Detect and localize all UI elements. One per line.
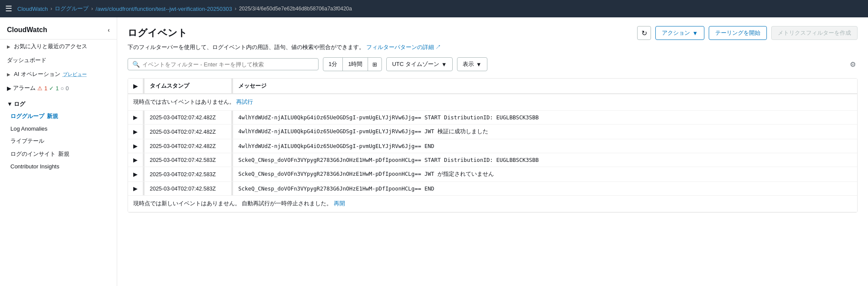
alarm-warning-icon: ⚠ <box>37 85 43 92</box>
time-range-minutes[interactable]: 1分 <box>323 58 343 71</box>
sidebar-item-ai-ops[interactable]: ▶ AI オペレーション プレビュー <box>0 67 117 81</box>
row-message-3: SckeQ_CNesp_doVOFn3VYpygR2783G6JnOHzE1Hw… <box>233 153 857 167</box>
row-timestamp-1: 2025-03-04T02:07:42.482Z <box>145 125 231 139</box>
filter-bar: 🔍 1分 1時間 ⊞ UTC タイムゾーン ▼ 表示 ▼ ⚙ <box>128 57 858 71</box>
alarm-red-count: 1 <box>44 85 47 92</box>
row-expand-3[interactable]: ▶ <box>128 153 143 167</box>
sidebar: CloudWatch ‹ ▶ お気に入りと最近のアクセス ダッシュボード ▶ A… <box>0 17 117 286</box>
favorites-arrow: ▶ <box>7 44 10 49</box>
log-anomalies-label: Log Anomalies <box>10 125 47 132</box>
breadcrumb-sep-2: › <box>91 6 93 12</box>
table-row: ▶ 2025-03-04T02:07:42.482Z 4wlhYdWUdZ-nj… <box>128 139 857 153</box>
alarm-grey-count: 0 <box>66 85 69 92</box>
log-groups-new-badge: 新規 <box>47 112 58 120</box>
alarm-green-count: 1 <box>56 85 59 92</box>
row-message-1: 4wlhYdWUdZ-njAILU0QkpG4iOz65UeOGDSgI-pvm… <box>233 125 857 139</box>
sidebar-item-contributor-insights[interactable]: Contributor Insights <box>0 161 117 172</box>
sidebar-item-dashboard[interactable]: ダッシュボード <box>0 53 117 67</box>
breadcrumb-log-groups[interactable]: ロググループ <box>55 5 89 13</box>
sidebar-item-live-tail[interactable]: ライブテール <box>0 135 117 148</box>
row-timestamp-4: 2025-03-04T02:07:42.583Z <box>145 167 231 182</box>
row-timestamp-0: 2025-03-04T02:07:42.482Z <box>145 111 231 125</box>
breadcrumb-current: 2025/3/4/6e50d5e7e62b46d8b58706a7a3f0420… <box>239 6 352 12</box>
time-range-group: 1分 1時間 ⊞ <box>323 57 382 71</box>
time-range-hours[interactable]: 1時間 <box>343 58 368 71</box>
sidebar-item-favorites[interactable]: ▶ お気に入りと最近のアクセス <box>0 39 117 53</box>
row-timestamp-2: 2025-03-04T02:07:42.482Z <box>145 139 231 153</box>
log-insights-new-badge: 新規 <box>58 150 69 158</box>
log-groups-label: ロググループ <box>10 112 44 120</box>
row-expand-1[interactable]: ▶ <box>128 125 143 139</box>
display-dropdown-icon: ▼ <box>476 61 482 68</box>
table-row: ▶ 2025-03-04T02:07:42.583Z SckeQ_CNesp_d… <box>128 153 857 167</box>
display-select[interactable]: 表示 ▼ <box>457 57 487 71</box>
no-newer-events-text: 現時点では新しいイベントはありません。 <box>133 201 240 207</box>
sidebar-header: CloudWatch ‹ <box>0 17 117 39</box>
no-older-events-row: 現時点では古いイベントはありません。 再試行 <box>128 94 857 111</box>
log-table-container: ▶ タイムスタンプ メッセージ 現時点では古いイベントはありません。 再試行 <box>128 78 858 213</box>
display-label: 表示 <box>463 60 474 68</box>
metrics-filter-label: メトリクスフィルターを作成 <box>778 29 851 37</box>
ai-ops-preview-badge[interactable]: プレビュー <box>63 71 87 78</box>
row-message-2: 4wlhYdWUdZ-njAILU0QkpG4iOz65UeOGDSgI-pvm… <box>233 139 857 153</box>
timezone-select[interactable]: UTC タイムゾーン ▼ <box>386 57 452 71</box>
sidebar-item-dashboard-label: ダッシュボード <box>7 56 46 64</box>
actions-label: アクション <box>662 29 690 37</box>
filter-pattern-link[interactable]: フィルターパターンの詳細 ↗ <box>366 44 441 50</box>
ai-ops-arrow: ▶ <box>7 72 10 77</box>
table-row: ▶ 2025-03-04T02:07:42.583Z SckeQ_CNesp_d… <box>128 167 857 182</box>
settings-icon[interactable]: ⚙ <box>848 59 858 70</box>
search-input[interactable] <box>142 61 314 68</box>
row-expand-5[interactable]: ▶ <box>128 182 143 196</box>
table-row: ▶ 2025-03-04T02:07:42.482Z 4wlhYdWUdZ-nj… <box>128 111 857 125</box>
hamburger-icon[interactable]: ☰ <box>5 4 12 13</box>
breadcrumb: CloudWatch › ロググループ › /aws/cloudfront/fu… <box>17 5 352 13</box>
sidebar-item-alarms-label: アラーム <box>13 84 36 92</box>
breadcrumb-sep-3: › <box>235 6 237 12</box>
time-range-calendar[interactable]: ⊞ <box>368 59 381 70</box>
alarm-circle-icon: ○ <box>60 85 64 92</box>
sidebar-collapse-icon[interactable]: ‹ <box>108 26 110 33</box>
sidebar-item-log-insights[interactable]: ログのインサイト 新規 <box>0 148 117 161</box>
table-row: ▶ 2025-03-04T02:07:42.482Z 4wlhYdWUdZ-nj… <box>128 125 857 139</box>
row-expand-4[interactable]: ▶ <box>128 167 143 182</box>
row-expand-2[interactable]: ▶ <box>128 139 143 153</box>
alarm-check-icon: ✓ <box>49 85 54 92</box>
row-expand-0[interactable]: ▶ <box>128 111 143 125</box>
no-newer-events-row: 現時点では新しいイベントはありません。 自動再試行が一時停止されました。 再開 <box>128 196 857 212</box>
row-message-0: 4wlhYdWUdZ-njAILU0QkpG4iOz65UeOGDSgI-pvm… <box>233 111 857 125</box>
table-row: ▶ 2025-03-04T02:07:42.583Z SckeQ_CNesp_d… <box>128 182 857 196</box>
layout: CloudWatch ‹ ▶ お気に入りと最近のアクセス ダッシュボード ▶ A… <box>0 17 868 286</box>
col-header-message: メッセージ <box>233 79 857 94</box>
row-message-5: SckeQ_CNesp_doVOFn3VYpygR2783G6JnOHzE1Hw… <box>233 182 857 196</box>
page-actions: ↻ アクション ▼ テーリングを開始 メトリクスフィルターを作成 <box>637 26 858 40</box>
contributor-insights-label: Contributor Insights <box>10 163 59 170</box>
refresh-button[interactable]: ↻ <box>637 26 651 40</box>
breadcrumb-function-path[interactable]: /aws/cloudfront/function/test--jwt-verif… <box>95 6 232 12</box>
breadcrumb-cloudwatch[interactable]: CloudWatch <box>17 6 48 12</box>
retry-link[interactable]: 再試行 <box>236 99 253 105</box>
search-icon: 🔍 <box>132 61 140 68</box>
sidebar-item-favorites-label: お気に入りと最近のアクセス <box>14 43 87 50</box>
breadcrumb-sep-1: › <box>50 6 52 12</box>
alarms-arrow: ▶ <box>7 85 11 92</box>
sidebar-item-alarms[interactable]: ▶ アラーム ⚠ 1 ✓ 1 ○ 0 <box>0 81 117 95</box>
search-wrapper: 🔍 <box>128 58 319 70</box>
row-message-4: SckeQ_CNesp_doVOFn3VYpygR2783G6JnOHzE1Hw… <box>233 167 857 182</box>
row-timestamp-3: 2025-03-04T02:07:42.583Z <box>145 153 231 167</box>
log-table: ▶ タイムスタンプ メッセージ 現時点では古いイベントはありません。 再試行 <box>128 79 857 212</box>
reopen-link[interactable]: 再開 <box>334 201 345 207</box>
actions-button[interactable]: アクション ▼ <box>655 26 704 40</box>
sidebar-item-log-groups[interactable]: ロググループ 新規 <box>0 110 117 123</box>
expand-arrow-icon: ▶ <box>133 83 138 89</box>
sidebar-title: CloudWatch <box>7 26 47 34</box>
tailing-button[interactable]: テーリングを開始 <box>709 26 767 40</box>
sidebar-item-log-anomalies[interactable]: Log Anomalies <box>0 123 117 135</box>
no-older-events-text: 現時点では古いイベントはありません。 <box>133 99 235 105</box>
top-nav: ☰ CloudWatch › ロググループ › /aws/cloudfront/… <box>0 0 868 17</box>
live-tail-label: ライブテール <box>10 137 44 145</box>
description: 下のフィルターバーを使用して、ログイベント内の用語、語句、値の検索や照合ができま… <box>128 43 858 51</box>
col-header-timestamp: タイムスタンプ <box>145 79 231 94</box>
timezone-dropdown-icon: ▼ <box>441 61 447 68</box>
metrics-filter-button[interactable]: メトリクスフィルターを作成 <box>771 26 858 40</box>
